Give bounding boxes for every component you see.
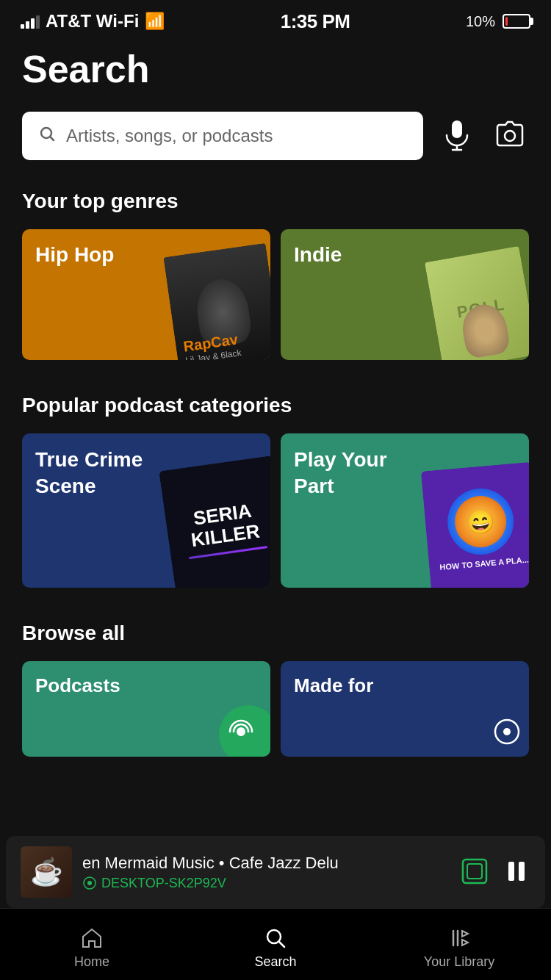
clock: 1:35 PM [281, 10, 350, 33]
podcast-label-playyourpart: Play Your Part [294, 447, 411, 500]
library-icon [447, 926, 471, 950]
browse-card-podcasts[interactable]: Podcasts [22, 661, 270, 757]
podcast-grid: True Crime Scene SERIA KILLER Play Your … [22, 433, 529, 588]
browse-label-madeforyou: Made for [294, 674, 373, 697]
battery-percent: 10% [466, 13, 495, 30]
playyourpart-cover-text: HOW TO SAVE A PLA... [439, 555, 529, 573]
mic-button[interactable] [439, 116, 475, 156]
svg-point-10 [87, 881, 92, 885]
now-playing-device: DESKTOP-SK2P92V [82, 876, 451, 891]
genre-card-hiphop[interactable]: Hip Hop RapCav Lil Jay & 6lack [22, 229, 270, 360]
carrier-label: AT&T Wi-Fi [46, 11, 139, 32]
browse-all-header: Browse all [22, 621, 529, 645]
nav-label-search: Search [254, 954, 296, 970]
album-art-emoji: ☕ [30, 857, 63, 887]
nav-label-home: Home [74, 954, 109, 970]
camera-button[interactable] [491, 118, 529, 155]
truecrime-cover-art: SERIA KILLER [159, 455, 270, 588]
device-name: DESKTOP-SK2P92V [101, 876, 226, 891]
page-title: Search [22, 47, 529, 91]
browse-card-madeforyou[interactable]: Made for [281, 661, 529, 757]
mic-icon [442, 119, 472, 151]
search-nav-icon [264, 926, 287, 950]
podcast-card-truecrime[interactable]: True Crime Scene SERIA KILLER [22, 433, 270, 588]
podcasts-icon [226, 717, 256, 746]
battery-area: 10% [466, 13, 530, 30]
signal-icon [21, 14, 40, 29]
wifi-icon: 📶 [145, 12, 165, 31]
nav-item-search[interactable]: Search [184, 909, 367, 980]
nav-item-library[interactable]: Your Library [367, 909, 551, 980]
podcast-categories-header: Popular podcast categories [22, 394, 529, 417]
genre-card-indie[interactable]: Indie POLL [281, 229, 529, 360]
playyourpart-cover-art: 😄 HOW TO SAVE A PLA... [421, 462, 529, 588]
now-playing-controls [461, 857, 530, 887]
svg-line-16 [279, 942, 284, 947]
podcast-label-truecrime: True Crime Scene [35, 447, 153, 500]
carrier-info: AT&T Wi-Fi 📶 [21, 11, 165, 32]
pause-button[interactable] [503, 857, 530, 887]
browse-label-podcasts: Podcasts [35, 674, 120, 697]
svg-line-1 [51, 137, 54, 141]
home-icon [80, 926, 104, 950]
genre-label-indie: Indie [294, 242, 342, 267]
playyourpart-face-emoji: 😄 [465, 507, 497, 537]
cast-icon [461, 858, 488, 884]
search-placeholder-text: Artists, songs, or podcasts [66, 126, 273, 146]
hiphop-cover-art: RapCav Lil Jay & 6lack [164, 243, 270, 360]
svg-rect-12 [467, 864, 482, 879]
top-genres-header: Your top genres [22, 190, 529, 213]
svg-point-8 [503, 728, 511, 735]
svg-point-6 [237, 727, 245, 736]
main-content: Search Artists, songs, or podcasts [0, 47, 551, 904]
battery-icon [503, 14, 530, 29]
pause-icon [503, 857, 530, 885]
svg-point-5 [505, 131, 515, 141]
cast-button[interactable] [461, 858, 488, 887]
now-playing-title: en Mermaid Music • Cafe Jazz Delu [82, 854, 451, 873]
search-input-container[interactable]: Artists, songs, or podcasts [22, 112, 423, 160]
svg-rect-14 [519, 862, 525, 881]
search-row: Artists, songs, or podcasts [22, 112, 529, 160]
podcast-card-playyourpart[interactable]: Play Your Part 😄 HOW TO SAVE A PLA... [281, 433, 529, 588]
madeforyou-icon [492, 717, 522, 746]
now-playing-bar[interactable]: ☕ en Mermaid Music • Cafe Jazz Delu DESK… [6, 836, 545, 908]
svg-rect-13 [508, 862, 514, 881]
nav-item-home[interactable]: Home [0, 909, 184, 980]
nav-label-library: Your Library [424, 954, 494, 970]
svg-rect-11 [463, 860, 486, 883]
genre-grid: Hip Hop RapCav Lil Jay & 6lack Indie POL… [22, 229, 529, 360]
browse-grid: Podcasts Made for [22, 661, 529, 757]
svg-rect-2 [452, 120, 462, 138]
indie-cover-art: POLL [425, 246, 529, 360]
bottom-nav: Home Search Your Library [0, 908, 551, 980]
camera-icon [494, 120, 526, 150]
genre-label-hiphop: Hip Hop [35, 242, 114, 267]
now-playing-info: en Mermaid Music • Cafe Jazz Delu DESKTO… [82, 854, 451, 891]
speaker-icon [82, 876, 97, 890]
now-playing-thumbnail: ☕ [21, 846, 72, 898]
search-magnify-icon [38, 125, 56, 147]
status-bar: AT&T Wi-Fi 📶 1:35 PM 10% [0, 0, 551, 40]
